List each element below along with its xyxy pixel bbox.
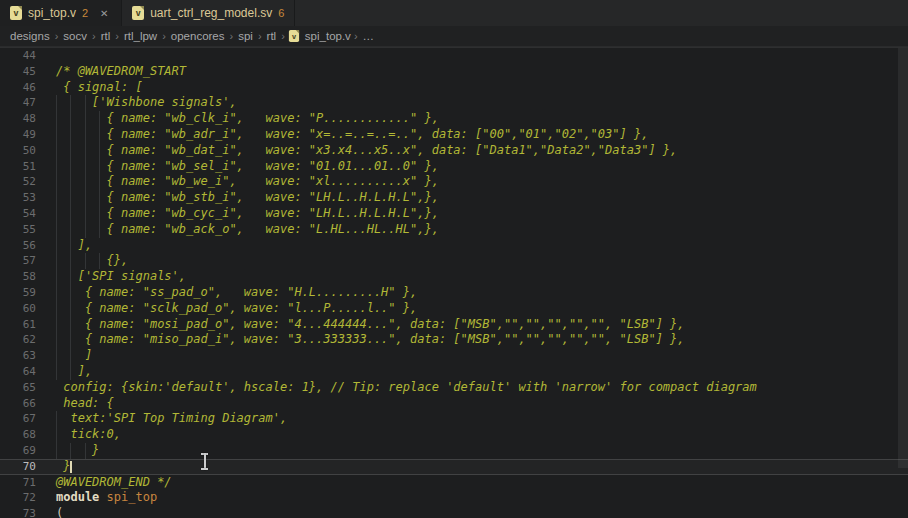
token-cmt: { name: "wb_dat_i", wave: "x3.x4...x5..x… (56, 143, 677, 159)
token-cmt: ], (56, 238, 92, 254)
code-line[interactable]: 65 config: {skin:'default', hscale: 1}, … (0, 380, 908, 396)
code-line[interactable]: 63 ] (0, 348, 908, 364)
chevron-right-icon: › (255, 30, 265, 42)
breadcrumb: designs›socv›rtl›rtl_lpw›opencores›spi›r… (0, 26, 908, 47)
code-line[interactable]: 66 head: { (0, 396, 908, 412)
tab-uart-ctrl-reg-model[interactable]: v uart_ctrl_reg_model.sv 6 (122, 0, 295, 26)
code-text: {}, (56, 253, 128, 269)
breadcrumb-file-label: spi_top.v (305, 30, 351, 42)
code-line[interactable]: 61 { name: "mosi_pad_o", wave: "4...4444… (0, 317, 908, 333)
token-cmt: ], (56, 364, 92, 380)
code-text: { name: "wb_stb_i", wave: "LH.L..H.L.H.L… (56, 190, 439, 206)
code-line[interactable]: 49 { name: "wb_adr_i", wave: "x=..=..=..… (0, 127, 908, 143)
token-cmt: { name: "wb_cyc_i", wave: "LH.L..H.L.H.L… (56, 206, 439, 222)
line-number: 57 (0, 253, 36, 269)
verilog-file-icon: v (10, 6, 22, 20)
code-text: ], (56, 238, 92, 254)
code-text: { name: "sclk_pad_o", wave: "l...P.....l… (56, 301, 417, 317)
code-line[interactable]: 53 { name: "wb_stb_i", wave: "LH.L..H.L.… (0, 190, 908, 206)
code-line[interactable]: 69 } (0, 443, 908, 459)
token-cmt: { name: "wb_stb_i", wave: "LH.L..H.L.H.L… (56, 190, 439, 206)
breadcrumb-item[interactable]: rtl (99, 30, 113, 42)
chevron-right-icon: › (227, 30, 237, 42)
code-line[interactable]: 56 ], (0, 238, 908, 254)
line-number: 62 (0, 332, 36, 348)
code-text: ['Wishbone signals', (56, 95, 237, 111)
chevron-right-icon: › (89, 30, 99, 42)
code-line[interactable]: 48 { name: "wb_clk_i", wave: "P.........… (0, 111, 908, 127)
code-line[interactable]: 52 { name: "wb_we_i", wave: "xl.........… (0, 174, 908, 190)
code-text: { signal: [ (56, 80, 143, 96)
breadcrumb-item[interactable]: spi (236, 30, 255, 42)
code-line[interactable]: 45/* @WAVEDROM_START (0, 64, 908, 80)
token-cmt: text:'SPI Top Timing Diagram', (56, 411, 287, 427)
breadcrumb-item[interactable]: opencores (169, 30, 227, 42)
tab-spi-top[interactable]: v spi_top.v 2 ✕ (0, 0, 122, 26)
code-text: { name: "wb_adr_i", wave: "x=..=..=..=..… (56, 127, 648, 143)
code-line[interactable]: 44 (0, 48, 908, 64)
line-number: 66 (0, 396, 36, 412)
tab-label: spi_top.v (28, 6, 76, 20)
chevron-right-icon: › (351, 30, 361, 42)
token-cmt: ['SPI signals', (56, 269, 186, 285)
token-cmt: { name: "wb_clk_i", wave: "P............… (56, 111, 439, 127)
code-line[interactable]: 73( (0, 506, 908, 518)
code-line[interactable]: 68 tick:0, (0, 427, 908, 443)
code-line[interactable]: 55 { name: "wb_ack_o", wave: "L.HL...HL.… (0, 222, 908, 238)
line-number: 60 (0, 301, 36, 317)
breadcrumb-item[interactable]: rtl (265, 30, 279, 42)
close-icon[interactable]: ✕ (97, 6, 111, 20)
line-number: 73 (0, 506, 36, 518)
token-cmt: { name: "wb_adr_i", wave: "x=..=..=..=..… (56, 127, 648, 143)
breadcrumb-item[interactable]: rtl_lpw (122, 30, 159, 42)
token-cmt: { name: "wb_ack_o", wave: "L.HL...HL..HL… (56, 222, 439, 238)
code-line[interactable]: 46 { signal: [ (0, 80, 908, 96)
line-number: 72 (0, 490, 36, 506)
token-cmt: { name: "miso_pad_i", wave: "3...333333.… (56, 332, 685, 348)
code-line[interactable]: 58 ['SPI signals', (0, 269, 908, 285)
code-line[interactable]: 50 { name: "wb_dat_i", wave: "x3.x4...x5… (0, 143, 908, 159)
line-number: 69 (0, 443, 36, 459)
code-line[interactable]: 64 ], (0, 364, 908, 380)
code-line[interactable]: 70 } (0, 459, 908, 475)
code-line[interactable]: 54 { name: "wb_cyc_i", wave: "LH.L..H.L.… (0, 206, 908, 222)
code-line[interactable]: 62 { name: "miso_pad_i", wave: "3...3333… (0, 332, 908, 348)
tab-problem-badge: 2 (82, 7, 88, 19)
breadcrumb-item[interactable]: designs (8, 30, 52, 42)
breadcrumb-item[interactable]: socv (61, 30, 89, 42)
code-editor[interactable]: 4445/* @WAVEDROM_START46 { signal: [47 [… (0, 47, 908, 518)
code-line[interactable]: 60 { name: "sclk_pad_o", wave: "l...P...… (0, 301, 908, 317)
token-cmt: { name: "ss_pad_o", wave: "H.L.........H… (56, 285, 417, 301)
scrollbar-slider[interactable] (898, 48, 908, 468)
code-text: } (56, 460, 70, 474)
line-number: 46 (0, 80, 36, 96)
token-pl: ( (56, 506, 63, 518)
code-line[interactable]: 51 { name: "wb_sel_i", wave: "01.01...01… (0, 159, 908, 175)
code-text: } (56, 443, 99, 459)
code-line[interactable]: 71@WAVEDROM_END */ (0, 475, 908, 491)
code-text: config: {skin:'default', hscale: 1}, // … (56, 380, 757, 396)
tab-bar: v spi_top.v 2 ✕ v uart_ctrl_reg_model.sv… (0, 0, 908, 26)
token-pl (99, 490, 106, 506)
line-number: 45 (0, 64, 36, 80)
code-line[interactable]: 67 text:'SPI Top Timing Diagram', (0, 411, 908, 427)
code-text: head: { (56, 396, 114, 412)
line-number: 63 (0, 348, 36, 364)
code-line[interactable]: 59 { name: "ss_pad_o", wave: "H.L.......… (0, 285, 908, 301)
code-text: { name: "wb_ack_o", wave: "L.HL...HL..HL… (56, 222, 439, 238)
verilog-file-icon: v (289, 30, 299, 42)
breadcrumb-more[interactable]: … (361, 30, 377, 42)
vertical-scrollbar[interactable] (898, 48, 908, 518)
code-text: module spi_top (56, 490, 157, 506)
chevron-right-icon: › (112, 30, 122, 42)
code-line[interactable]: 72module spi_top (0, 490, 908, 506)
token-cmt: config: {skin:'default', hscale: 1}, // … (56, 380, 757, 396)
token-kw: module (56, 490, 99, 506)
code-line[interactable]: 57 {}, (0, 253, 908, 269)
breadcrumb-file[interactable]: vspi_top.v (288, 29, 351, 43)
code-line[interactable]: 47 ['Wishbone signals', (0, 95, 908, 111)
line-number: 52 (0, 174, 36, 190)
token-cmt: /* @WAVEDROM_START (56, 64, 186, 80)
token-cmt: {}, (56, 253, 128, 269)
code-text: { name: "wb_clk_i", wave: "P............… (56, 111, 439, 127)
